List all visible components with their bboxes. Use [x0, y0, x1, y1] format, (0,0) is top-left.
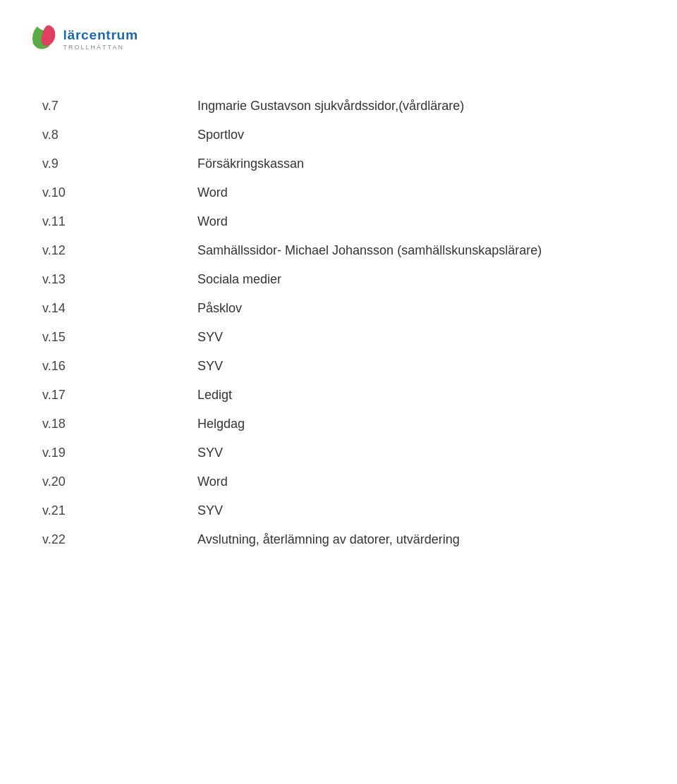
week-description: Ingmarie Gustavson sjukvårdssidor,(vårdl…: [197, 99, 464, 114]
week-description: Ledigt: [197, 388, 232, 403]
table-row: v.10Word: [42, 178, 635, 207]
week-description: Sportlov: [197, 128, 244, 142]
week-description: SYV: [197, 446, 223, 460]
week-description: Försäkringskassan: [197, 157, 304, 171]
table-row: v.16SYV: [42, 352, 635, 381]
table-row: v.7Ingmarie Gustavson sjukvårdssidor,(vå…: [42, 92, 635, 121]
week-description: Helgdag: [197, 417, 245, 431]
logo-container: lärcentrum TROLLHÄTTAN: [28, 14, 183, 63]
week-description: SYV: [197, 503, 223, 518]
week-label: v.12: [42, 243, 197, 258]
table-row: v.19SYV: [42, 439, 635, 467]
header: lärcentrum TROLLHÄTTAN: [0, 0, 677, 71]
week-description: Sociala medier: [197, 272, 281, 287]
week-label: v.16: [42, 359, 197, 374]
week-label: v.20: [42, 474, 197, 489]
week-label: v.18: [42, 417, 197, 431]
week-description: Påsklov: [197, 301, 242, 316]
svg-text:lärcentrum: lärcentrum: [63, 27, 138, 42]
week-label: v.22: [42, 532, 197, 547]
week-label: v.19: [42, 446, 197, 460]
table-row: v.20Word: [42, 467, 635, 496]
table-row: v.21SYV: [42, 496, 635, 525]
week-label: v.7: [42, 99, 197, 114]
logo-image: lärcentrum TROLLHÄTTAN: [28, 14, 183, 63]
table-row: v.13Sociala medier: [42, 265, 635, 294]
week-description: Word: [197, 214, 228, 229]
table-row: v.11Word: [42, 207, 635, 236]
week-label: v.14: [42, 301, 197, 316]
table-row: v.18Helgdag: [42, 410, 635, 439]
table-row: v.9Försäkringskassan: [42, 149, 635, 178]
week-label: v.15: [42, 330, 197, 345]
week-label: v.17: [42, 388, 197, 403]
week-description: SYV: [197, 359, 223, 374]
week-description: Word: [197, 474, 228, 489]
week-label: v.10: [42, 185, 197, 200]
schedule-content: v.7Ingmarie Gustavson sjukvårdssidor,(vå…: [0, 71, 677, 582]
week-description: Word: [197, 185, 228, 200]
table-row: v.14Påsklov: [42, 294, 635, 323]
schedule-table: v.7Ingmarie Gustavson sjukvårdssidor,(vå…: [42, 92, 635, 554]
table-row: v.17Ledigt: [42, 381, 635, 410]
week-label: v.8: [42, 128, 197, 142]
table-row: v.22Avslutning, återlämning av datorer, …: [42, 525, 635, 554]
week-label: v.9: [42, 157, 197, 171]
week-description: SYV: [197, 330, 223, 345]
week-label: v.11: [42, 214, 197, 229]
table-row: v.8Sportlov: [42, 121, 635, 149]
table-row: v.15SYV: [42, 323, 635, 352]
week-label: v.21: [42, 503, 197, 518]
week-description: Samhällssidor- Michael Johansson (samhäl…: [197, 243, 542, 258]
week-description: Avslutning, återlämning av datorer, utvä…: [197, 532, 460, 547]
table-row: v.12Samhällssidor- Michael Johansson (sa…: [42, 236, 635, 265]
svg-text:TROLLHÄTTAN: TROLLHÄTTAN: [63, 44, 124, 51]
week-label: v.13: [42, 272, 197, 287]
